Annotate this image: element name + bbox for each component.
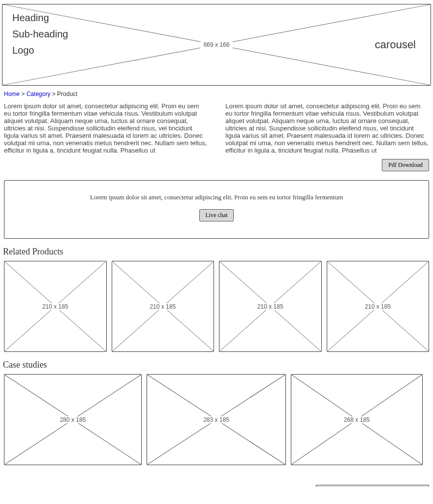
related-products-heading: Related Products — [3, 247, 431, 257]
cta-panel: Lorem ipsum dolor sit amet, consectetur … — [4, 180, 429, 239]
thumb-dimensions: 280 x 185 — [58, 416, 88, 423]
cta-text: Lorem ipsum dolor sit amet, consectetur … — [9, 193, 424, 201]
live-chat-bar[interactable]: LIVE CHAT — [316, 485, 429, 487]
hero-subheading: Sub-heading — [12, 29, 68, 40]
related-products-row: 210 x 185 210 x 185 210 x 185 210 x 185 — [4, 261, 429, 352]
thumb-dimensions: 210 x 185 — [255, 303, 285, 310]
case-studies-row: 280 x 185 283 x 185 268 x 185 — [4, 374, 429, 465]
hero-dimensions: 869 x 166 — [201, 41, 233, 48]
case-study-thumb[interactable]: 280 x 185 — [4, 374, 142, 465]
breadcrumb-home[interactable]: Home — [4, 91, 20, 97]
live-chat-button[interactable]: Live chat — [199, 209, 234, 221]
body-text-right: Lorem ipsum dolor sit amet, consectetur … — [225, 102, 429, 154]
breadcrumb-current: Product — [57, 91, 77, 97]
breadcrumb-sep: > — [50, 91, 57, 97]
pdf-download-button[interactable]: Pdf Download — [382, 159, 429, 171]
hero-carousel[interactable]: Heading Sub-heading Logo 869 x 166 carou… — [2, 4, 431, 86]
thumb-dimensions: 210 x 185 — [363, 303, 393, 310]
breadcrumb-category[interactable]: Category — [27, 91, 51, 97]
breadcrumb: Home > Category > Product — [4, 91, 431, 97]
related-product-thumb[interactable]: 210 x 185 — [4, 261, 107, 352]
case-studies-heading: Case studies — [3, 360, 431, 370]
related-product-thumb[interactable]: 210 x 185 — [112, 261, 215, 352]
related-product-thumb[interactable]: 210 x 185 — [327, 261, 430, 352]
hero-heading: Heading — [12, 12, 68, 24]
case-study-thumb[interactable]: 283 x 185 — [147, 374, 286, 465]
related-product-thumb[interactable]: 210 x 185 — [219, 261, 322, 352]
carousel-label: carousel — [375, 38, 416, 51]
case-study-thumb[interactable]: 268 x 185 — [291, 374, 423, 465]
thumb-dimensions: 210 x 185 — [148, 303, 178, 310]
thumb-dimensions: 210 x 185 — [40, 303, 70, 310]
hero-logo: Logo — [12, 45, 68, 56]
thumb-dimensions: 283 x 185 — [201, 416, 231, 423]
body-text-left: Lorem ipsum dolor sit amet, consectetur … — [4, 102, 208, 154]
thumb-dimensions: 268 x 185 — [342, 416, 372, 423]
breadcrumb-sep: > — [20, 91, 27, 97]
